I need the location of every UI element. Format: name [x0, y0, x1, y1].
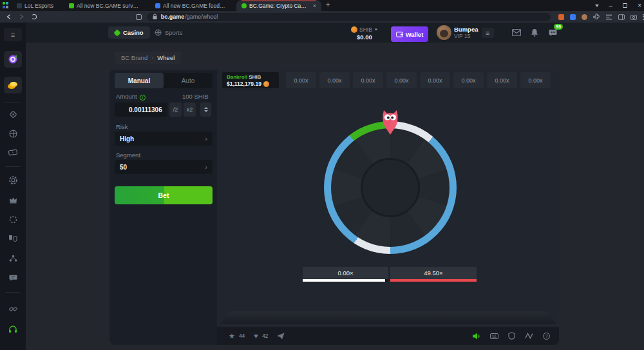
share-icon[interactable]: [277, 333, 285, 340]
chat-icon[interactable]: [549, 29, 557, 37]
tab-bcgame-wheel-active[interactable]: BC.Game: Crypto Casino Games & ×: [236, 0, 321, 11]
window-restore-button[interactable]: [623, 3, 627, 8]
bet-label: Bet: [158, 191, 169, 199]
url-path: /game/wheel: [185, 14, 218, 20]
sidebar-item-bonus-ring[interactable]: [0, 215, 26, 224]
segment-value: 50: [120, 164, 127, 171]
multiplier-history-button[interactable]: 0.00x: [286, 72, 316, 88]
amount-max: 100 SHIB: [182, 93, 209, 100]
sidebar: ≡: [0, 23, 26, 350]
breadcrumb-brand[interactable]: BC Brand: [121, 54, 147, 61]
tab-manual[interactable]: Manual: [115, 73, 164, 88]
tab-title: LoL Esports: [24, 3, 53, 9]
window-minimize-button[interactable]: –: [609, 0, 613, 11]
workspaces-icon[interactable]: [3, 2, 9, 8]
browser-addressbar: bc.game/game/wheel: [0, 11, 644, 23]
amount-stepper[interactable]: [200, 102, 211, 117]
window-chevron-icon[interactable]: [595, 5, 599, 7]
double-bet-button[interactable]: x2: [184, 102, 196, 117]
live-stats-icon[interactable]: [525, 333, 533, 339]
nav-casino-button[interactable]: Casino: [108, 26, 150, 39]
risk-label: Risk: [116, 123, 128, 130]
bet-button[interactable]: Bet: [115, 186, 213, 204]
sound-icon[interactable]: [472, 333, 480, 340]
tab-bcgame-feedback[interactable]: All new BC.GAME feedback: [150, 0, 232, 11]
multiplier-history-button[interactable]: 0.00x: [520, 72, 551, 88]
multiplier-history-button[interactable]: 0.00x: [353, 72, 383, 88]
help-icon[interactable]: ?: [543, 333, 550, 340]
multiplier-history-button[interactable]: 0.00x: [487, 72, 517, 88]
amount-input[interactable]: [115, 102, 167, 117]
back-icon[interactable]: [6, 14, 12, 20]
extension-icon[interactable]: [558, 14, 564, 20]
step-down-icon[interactable]: [204, 110, 208, 112]
hamburger-menu-button[interactable]: ≡: [4, 28, 22, 41]
currency-balance: $0.00: [357, 34, 372, 41]
multiplier-history-button[interactable]: 0.00x: [319, 72, 350, 88]
bankroll-value: $1,112,179.19: [227, 81, 261, 87]
mode-tabs: Manual Auto: [115, 73, 213, 88]
sidebar-item-lottery[interactable]: [0, 149, 26, 156]
sidebar-item-affiliate[interactable]: [0, 255, 26, 262]
sidebar-item-target-games[interactable]: [4, 51, 22, 68]
currency-selector[interactable]: SHIB $0.00: [351, 26, 378, 42]
bankroll-box: Bankroll SHIB $1,112,179.19: [222, 72, 279, 88]
coins-icon: [7, 81, 19, 90]
heart-icon[interactable]: ♥: [254, 332, 258, 340]
extension-icon[interactable]: [570, 14, 576, 20]
multiplier-history-button[interactable]: 0.00x: [453, 72, 484, 88]
step-up-icon[interactable]: [204, 107, 208, 109]
screenshot-icon[interactable]: [630, 14, 637, 20]
notifications-bell-icon[interactable]: [531, 28, 538, 37]
sidebar-item-clubs-masks[interactable]: [0, 235, 26, 242]
sidebar-item-casino[interactable]: [0, 110, 26, 119]
sidebar-item-sports[interactable]: [0, 130, 26, 138]
multiplier-history-button[interactable]: 0.00x: [386, 72, 417, 88]
extension-icon[interactable]: [582, 14, 587, 20]
info-icon[interactable]: i: [140, 95, 146, 101]
tab-bcgame-survey[interactable]: All new BC.GAME survey & feedback: [64, 0, 146, 11]
reading-list-icon[interactable]: [605, 14, 612, 20]
breadcrumb-page: Wheel: [157, 54, 175, 61]
wheel-pointer-owl-icon: [382, 110, 399, 135]
user-menu-button[interactable]: ≡: [482, 28, 494, 38]
hamburger-icon: ≡: [11, 31, 15, 39]
tab-lol-esports[interactable]: LoL Esports: [12, 0, 59, 11]
segment-label: Segment: [116, 151, 140, 159]
tab-close-icon[interactable]: ×: [313, 3, 316, 9]
lock-icon: [152, 14, 158, 20]
result-label: 0.00×: [303, 267, 388, 279]
fairness-icon[interactable]: [508, 332, 515, 340]
sidebar-item-links[interactable]: [0, 306, 26, 312]
new-tab-button[interactable]: +: [321, 0, 334, 11]
extensions-puzzle-icon[interactable]: [593, 14, 600, 20]
multiplier-history-button[interactable]: 0.00x: [420, 72, 450, 88]
forward-icon[interactable]: [18, 14, 24, 20]
nav-sports-button[interactable]: Sports: [149, 26, 187, 39]
window-close-button[interactable]: ×: [638, 0, 641, 11]
bookmark-icon[interactable]: [136, 14, 142, 20]
hotkeys-keyboard-icon[interactable]: [490, 333, 498, 339]
bankroll-code: SHIB: [249, 74, 261, 80]
reload-icon[interactable]: [32, 14, 37, 19]
sidebar-item-support[interactable]: [0, 326, 26, 333]
tab-favicon: [155, 3, 160, 8]
sidebar-item-vip-crown[interactable]: [0, 197, 26, 204]
sidebar-item-forum[interactable]: [0, 275, 26, 282]
wheel: [324, 121, 457, 254]
segment-select[interactable]: 50 ›: [115, 160, 213, 174]
avatar[interactable]: [437, 25, 451, 40]
favorites-count: 44: [239, 333, 245, 339]
game-footer: ★ 44 ♥ 42 ?: [217, 327, 559, 345]
sidebar-item-chip[interactable]: [0, 176, 26, 184]
wallet-button[interactable]: Wallet: [391, 26, 428, 42]
tab-auto[interactable]: Auto: [164, 73, 213, 88]
sidebar-item-coins[interactable]: [4, 77, 22, 93]
half-bet-button[interactable]: /2: [169, 102, 182, 117]
user-info[interactable]: Bumpea VIP 15: [454, 26, 478, 39]
url-bar[interactable]: bc.game/game/wheel: [147, 13, 551, 21]
risk-select[interactable]: High ›: [115, 131, 213, 146]
mail-icon[interactable]: [512, 29, 521, 36]
side-panel-icon[interactable]: [618, 14, 625, 20]
star-icon[interactable]: ★: [229, 332, 235, 340]
